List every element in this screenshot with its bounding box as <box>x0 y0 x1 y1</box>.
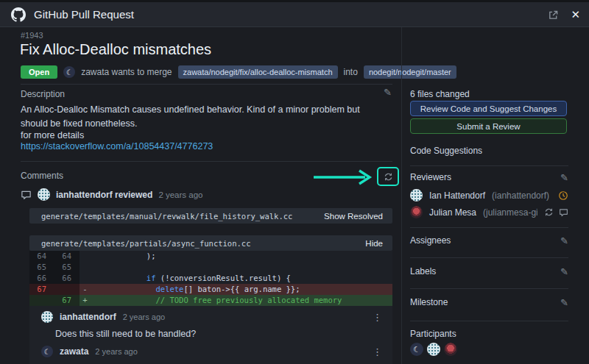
pending-clock-icon <box>558 190 568 201</box>
target-branch-badge[interactable]: nodegit/nodegit/master <box>364 65 456 79</box>
code-suggestions-heading: Code Suggestions <box>410 146 482 156</box>
edit-reviewers-icon[interactable]: ✎ <box>560 173 568 182</box>
pr-meta-row: Open ☾ zawata wants to merge zawata/node… <box>21 65 456 79</box>
source-branch-badge[interactable]: zawata/nodegit/fix/alloc-dealloc-mismatc… <box>178 65 338 79</box>
zawata-avatar: ☾ <box>41 346 53 357</box>
comment-menu-icon[interactable]: ⋮ <box>373 347 382 357</box>
ianhattendorf-avatar[interactable] <box>427 343 440 356</box>
description-more-text: for more details <box>21 130 84 140</box>
reviewer-row[interactable]: Julian Mesa (julianmesa-gitkrak... <box>410 206 568 218</box>
into-text: into <box>344 67 358 77</box>
review-time: 2 years ago <box>158 190 202 199</box>
zawata-avatar[interactable]: ☾ <box>410 343 423 356</box>
divider <box>410 165 568 166</box>
review-author: ianhattendorf reviewed <box>56 190 152 200</box>
milestone-heading: Milestone <box>410 297 448 307</box>
comment-menu-icon[interactable]: ⋮ <box>373 313 382 322</box>
labels-heading: Labels <box>410 266 436 276</box>
github-pull-request-panel: GitHub Pull Request ✕ #1943 Fix Alloc-De… <box>0 0 589 364</box>
ianhattendorf-avatar <box>410 189 423 201</box>
comment-author: zawata <box>60 346 88 357</box>
refresh-comments-button[interactable] <box>377 167 399 186</box>
review-event-row: ianhattendorf reviewed 2 years ago <box>21 188 202 201</box>
comment-author: ianhattendorf <box>60 312 116 322</box>
hide-button[interactable]: Hide <box>365 239 383 248</box>
submit-review-button[interactable]: Submit a Review <box>410 118 567 134</box>
status-badge: Open <box>21 65 57 79</box>
file-header-outer: generate/templates/manual/revwalk/file_h… <box>29 208 392 224</box>
labels-section-header: Labels ✎ <box>410 266 568 276</box>
diff-line-context: 64 64 ); <box>29 251 392 262</box>
pr-title: Fix Alloc-Dealloc mismatches <box>20 41 211 58</box>
edit-labels-icon[interactable]: ✎ <box>560 267 568 276</box>
julianmesa-avatar[interactable] <box>444 343 457 356</box>
comment-time: 2 years ago <box>123 313 165 321</box>
reviewer-row[interactable]: Ian Hattendorf (ianhattendorf) <box>410 189 568 201</box>
diff-line-context: 66 66 if (!conversionResult.result) { <box>29 273 392 284</box>
show-resolved-button[interactable]: Show Resolved <box>324 212 383 221</box>
divider <box>21 161 392 162</box>
divider <box>410 288 568 289</box>
comment-time: 2 years ago <box>95 347 137 356</box>
ianhattendorf-avatar <box>41 311 53 323</box>
close-icon[interactable]: ✕ <box>571 8 580 21</box>
files-changed-count: 6 files changed <box>410 89 470 99</box>
reviewer-comment-icon <box>559 207 568 217</box>
thread-comment-header: ☾ zawata 2 years ago ⋮ <box>41 346 382 357</box>
comment-body: Does this still need to be handled? <box>55 329 196 339</box>
reviewer-name: Ian Hattendorf <box>429 190 485 201</box>
assignees-section-header: Assignees ✎ <box>410 235 568 246</box>
refresh-icon <box>384 172 393 182</box>
re-request-review-icon[interactable] <box>544 207 554 217</box>
comment-thread: ianhattendorf 2 years ago ⋮ Does this st… <box>29 306 392 364</box>
diff-line-added: 67 + // TODO free previously allocated m… <box>29 295 392 306</box>
file-path: generate/templates/manual/revwalk/file_h… <box>41 212 292 221</box>
divider <box>410 227 568 228</box>
thread-comment-header: ianhattendorf 2 years ago ⋮ <box>41 311 382 323</box>
review-code-button[interactable]: Review Code and Suggest Changes <box>410 101 567 116</box>
tutorial-arrow <box>312 168 375 187</box>
description-body: An Alloc-Dealloc Mismatch causes undefin… <box>21 103 386 131</box>
zawata-avatar: ☾ <box>63 66 75 78</box>
ianhattendorf-avatar <box>38 188 50 201</box>
diff-line-deleted: 67 - delete[] baton->{{ arg.name }}; <box>29 284 392 295</box>
divider <box>21 84 392 85</box>
assignees-heading: Assignees <box>410 235 451 246</box>
stackoverflow-link[interactable]: https://stackoverflow.com/a/10854437/477… <box>21 141 213 151</box>
edit-milestone-icon[interactable]: ✎ <box>560 298 568 307</box>
sidebar-divider <box>401 27 402 364</box>
description-heading: Description <box>21 89 65 99</box>
divider <box>410 257 568 258</box>
reviewers-heading: Reviewers <box>410 172 451 182</box>
panel-title: GitHub Pull Request <box>34 8 134 21</box>
comment-bubble-icon <box>21 189 32 200</box>
open-external-icon[interactable] <box>548 10 559 21</box>
file-header-inner: generate/templates/partials/async_functi… <box>29 235 392 251</box>
comments-heading: Comments <box>21 171 63 181</box>
github-logo-icon <box>11 7 26 22</box>
reviewer-handle: (julianmesa-gitkrak... <box>483 207 537 218</box>
titlebar: GitHub Pull Request ✕ <box>0 0 589 27</box>
reviewer-name: Julian Mesa <box>429 207 476 218</box>
diff-block: 64 64 ); 65 65 66 66 if (!conversionResu… <box>29 251 392 306</box>
julianmesa-avatar <box>410 206 423 218</box>
milestone-section-header: Milestone ✎ <box>410 297 568 307</box>
merge-text: zawata wants to merge <box>81 67 172 77</box>
reviewers-section-header: Reviewers ✎ <box>410 172 568 182</box>
participants-heading: Participants <box>410 329 456 339</box>
diff-line-context: 65 65 <box>29 262 392 273</box>
participants-row: ☾ <box>410 343 457 356</box>
edit-description-icon[interactable]: ✎ <box>384 88 392 97</box>
divider <box>410 321 568 321</box>
pr-number: #1943 <box>21 31 43 40</box>
edit-assignees-icon[interactable]: ✎ <box>560 236 568 246</box>
reviewer-handle: (ianhattendorf) <box>492 190 549 201</box>
file-path: generate/templates/partials/async_functi… <box>41 239 250 248</box>
